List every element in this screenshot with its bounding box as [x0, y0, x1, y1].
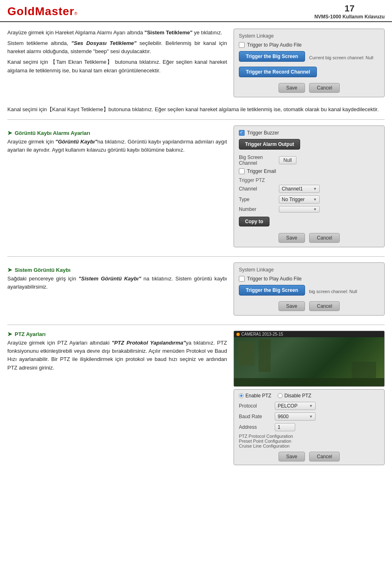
logo: GoldMaster® — [7, 5, 77, 18]
panel4-cancel-btn[interactable]: Cancel — [309, 452, 340, 461]
section3-title: ➤ Sistem Görüntü Kaybı — [7, 267, 227, 273]
big-screen-channel-value: Null — [279, 156, 296, 164]
trigger-email-label: Trigger Email — [247, 168, 276, 174]
panel2-cancel-btn[interactable]: Cancel — [309, 233, 340, 243]
section4-twocol: ➤ PTZ Ayarları Arayüze girmek için PTZ A… — [7, 331, 385, 465]
enable-ptz-label: Enable PTZ — [245, 393, 271, 399]
protocol-select[interactable]: PELCOP ▼ — [275, 402, 316, 410]
number-select-arrow: ▼ — [313, 207, 317, 211]
protocol-label: Protocol — [239, 403, 272, 409]
cam-dot — [236, 333, 240, 336]
copy-to-btn[interactable]: Copy to — [239, 217, 270, 226]
panel1-title: System Linkage — [239, 33, 379, 39]
trigger-alarm-output-btn[interactable]: Trigger Alarm Output — [239, 139, 300, 150]
panel1-cancel-btn[interactable]: Cancel — [309, 83, 340, 93]
trigger-big-screen-btn[interactable]: Trigger the Big Screen — [239, 51, 305, 62]
baud-rate-value: 9600 — [278, 414, 289, 419]
arrow-icon: ➤ — [7, 130, 12, 136]
big-screen-status: Current big screen channel: Null — [309, 55, 373, 60]
type-select[interactable]: No Trigger ▼ — [279, 195, 320, 204]
panel3-save-btn[interactable]: Save — [278, 301, 305, 311]
protocol-arrow: ▼ — [309, 404, 313, 408]
big-screen-btn-row: Trigger the Big Screen Current big scree… — [239, 51, 379, 64]
disable-ptz-label: Disable PTZ — [284, 393, 311, 399]
type-select-value: No Trigger — [282, 197, 305, 202]
type-label: Type — [239, 197, 276, 202]
para3: Kanal seçimi için 【Tam Ekran Tetikleme】 … — [7, 58, 227, 74]
page-number: 17 — [314, 3, 385, 14]
alarm-panel2: Trigger Buzzer Trigger Alarm Output Big … — [234, 125, 385, 247]
enable-ptz-circle — [239, 393, 244, 398]
trigger-record-channel-btn[interactable]: Trigger the Record Channel — [239, 67, 317, 77]
trigger-email-checkbox[interactable] — [239, 168, 245, 174]
alarm-output-btn-row: Trigger Alarm Output — [239, 139, 379, 152]
section3-twocol: ➤ Sistem Görüntü Kaybı Sağdaki pencereye… — [7, 262, 385, 319]
number-row: Number ▼ — [239, 206, 379, 213]
section4-right: CAMERA1 2013-25-15 Enable PTZ — [234, 331, 385, 465]
page-content: Arayüze girmek için Hareket Algılama Ala… — [0, 26, 392, 474]
type-row: Type No Trigger ▼ — [239, 195, 379, 204]
address-select[interactable]: 1 — [275, 423, 295, 431]
panel3-cancel-btn[interactable]: Cancel — [309, 301, 340, 311]
camera-label: CAMERA1 2013-25-15 — [241, 332, 283, 336]
baud-rate-label: Baud Rate — [239, 414, 272, 419]
preset-link[interactable]: Preset Point Configuration — [239, 439, 379, 444]
big-screen-channel-row: Big Screen Channel Null — [239, 155, 379, 166]
channel-select[interactable]: Channel1 ▼ — [279, 185, 320, 193]
baud-rate-row: Baud Rate 9600 ▼ — [239, 412, 379, 421]
number-select[interactable]: ▼ — [279, 206, 320, 213]
section2-twocol: ➤ Görüntü Kaybı Alarmı Ayarları Arayüze … — [7, 125, 385, 251]
panel1-save-btn[interactable]: Save — [278, 83, 305, 93]
camera-box: CAMERA1 2013-25-15 — [234, 331, 385, 387]
section2-title-text: Görüntü Kaybı Alarmı Ayarları — [15, 130, 90, 136]
trigger-big-screen2-btn[interactable]: Trigger the Big Screen — [239, 285, 305, 296]
channel-select-value: Channel1 — [282, 186, 303, 192]
disable-ptz-circle — [278, 393, 283, 398]
trigger-ptz-label: Trigger PTZ — [239, 177, 379, 183]
buzzer-checkbox-row: Trigger Buzzer — [239, 130, 379, 136]
section4-left: ➤ PTZ Ayarları Arayüze girmek için PTZ A… — [7, 331, 227, 465]
number-label: Number — [239, 206, 276, 212]
para2: Sistem tetikleme altında, "Ses Dosyası T… — [7, 39, 227, 56]
section2-left: ➤ Görüntü Kaybı Alarmı Ayarları Arayüze … — [7, 125, 227, 251]
big-screen-channel-label: Big Screen Channel — [239, 155, 276, 166]
section2-right: Trigger Buzzer Trigger Alarm Output Big … — [234, 125, 385, 251]
panel4-save-btn[interactable]: Save — [278, 452, 305, 461]
divider2 — [7, 256, 385, 257]
para1: Arayüze girmek için Hareket Algılama Ala… — [7, 29, 227, 37]
big-screen2-status: big screen channel: Null — [309, 289, 357, 294]
audio-file-checkbox[interactable] — [239, 42, 245, 48]
panel2-save-cancel: Save Cancel — [239, 233, 379, 243]
panel3-save-cancel: Save Cancel — [239, 301, 379, 311]
section4-para1: Arayüze girmek için PTZ Ayarları altında… — [7, 339, 227, 372]
section1-right: System Linkage Trigger to Play Audio Fil… — [234, 29, 385, 101]
ptz-protocol-link[interactable]: PTZ Protocol Configuration — [239, 434, 379, 439]
section2-para1: Arayüze girmek için "Görüntü Kaybı"na tı… — [7, 138, 227, 154]
panel1-save-cancel: Save Cancel — [239, 83, 379, 93]
audio-file2-checkbox-row: Trigger to Play Audio File — [239, 276, 379, 282]
panel3-title: System Linkage — [239, 267, 379, 273]
trigger-email-row: Trigger Email — [239, 168, 379, 174]
audio-file2-checkbox[interactable] — [239, 276, 245, 282]
panel2-save-btn[interactable]: Save — [278, 233, 305, 243]
channel-row: Channel Channel1 ▼ — [239, 185, 379, 193]
logo-dot: ® — [74, 11, 77, 16]
buzzer-label: Trigger Buzzer — [247, 130, 279, 136]
baud-rate-arrow: ▼ — [309, 414, 313, 419]
enable-ptz-radio[interactable]: Enable PTZ — [239, 393, 271, 399]
system-linkage-panel1: System Linkage Trigger to Play Audio Fil… — [234, 29, 385, 97]
baud-rate-select[interactable]: 9600 ▼ — [275, 412, 316, 421]
address-value: 1 — [278, 424, 281, 430]
divider1 — [7, 119, 385, 120]
system-linkage-panel3: System Linkage Trigger to Play Audio Fil… — [234, 262, 385, 316]
disable-ptz-radio[interactable]: Disable PTZ — [278, 393, 311, 399]
address-label: Address — [239, 424, 272, 430]
address-row: Address 1 — [239, 423, 379, 431]
manual-title: NVMS-1000 Kullanım Kılavuzu — [314, 14, 385, 20]
cruise-link[interactable]: Cruise Line Configuration — [239, 444, 379, 448]
copy-to-row: Copy to — [239, 215, 379, 230]
buzzer-checkbox[interactable] — [239, 130, 245, 136]
record-channel-btn-row: Trigger the Record Channel — [239, 67, 379, 80]
section3-title-text: Sistem Görüntü Kaybı — [15, 267, 71, 273]
divider3 — [7, 325, 385, 325]
